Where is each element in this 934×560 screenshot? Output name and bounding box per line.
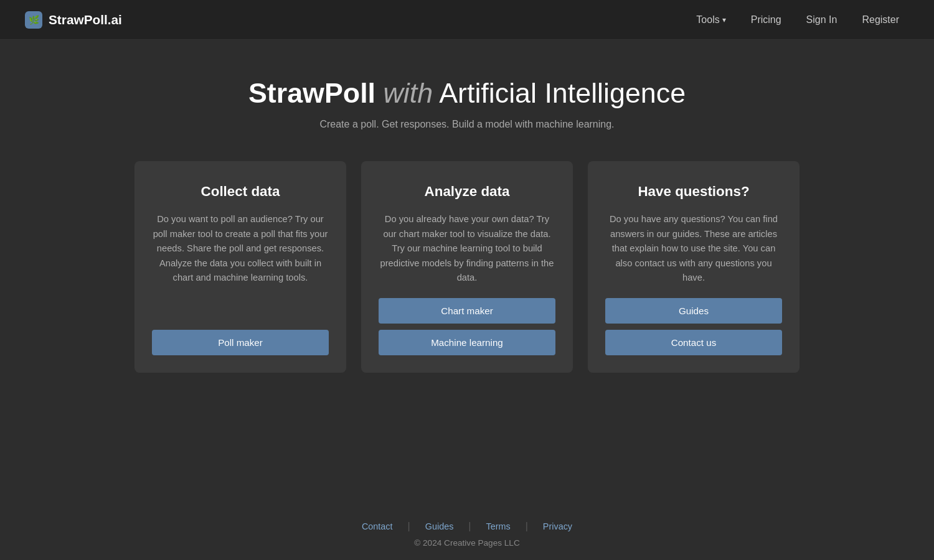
hero-with: with: [384, 77, 433, 108]
brand-name: StrawPoll.ai: [49, 12, 122, 27]
navbar: 🌿 StrawPoll.ai Tools Pricing Sign In Reg…: [0, 0, 934, 40]
nav-item-tools[interactable]: Tools: [686, 9, 735, 30]
hero-title: StrawPoll with Artificial Intelligence: [248, 77, 686, 109]
nav-links: Tools Pricing Sign In Register: [686, 9, 909, 30]
nav-item-signin[interactable]: Sign In: [796, 9, 847, 30]
hero-suffix: Artificial Intelligence: [439, 77, 686, 108]
guides-button[interactable]: Guides: [605, 298, 782, 324]
poll-maker-button[interactable]: Poll maker: [152, 330, 329, 355]
card-analyze-title: Analyze data: [425, 184, 510, 200]
footer-links: Contact | Guides | Terms | Privacy: [362, 521, 572, 532]
card-questions: Have questions? Do you have any question…: [588, 161, 800, 373]
card-questions-body: Do you have any questions? You can find …: [605, 212, 782, 286]
footer: Contact | Guides | Terms | Privacy © 202…: [0, 502, 934, 560]
card-collect-title: Collect data: [201, 184, 280, 200]
footer-link-contact[interactable]: Contact: [362, 521, 393, 531]
footer-link-privacy[interactable]: Privacy: [543, 521, 572, 531]
footer-link-terms[interactable]: Terms: [486, 521, 511, 531]
footer-sep-1: |: [408, 521, 410, 532]
card-questions-title: Have questions?: [638, 184, 749, 200]
card-collect-buttons: Poll maker: [152, 330, 329, 355]
machine-learning-button[interactable]: Machine learning: [379, 330, 555, 355]
cards-container: Collect data Do you want to poll an audi…: [125, 161, 809, 373]
card-questions-buttons: Guides Contact us: [605, 298, 782, 355]
chart-maker-button[interactable]: Chart maker: [379, 298, 555, 324]
nav-item-register[interactable]: Register: [852, 9, 909, 30]
card-analyze-buttons: Chart maker Machine learning: [379, 298, 555, 355]
card-analyze-body: Do you already have your own data? Try o…: [379, 212, 555, 286]
nav-item-pricing[interactable]: Pricing: [741, 9, 791, 30]
brand-icon: 🌿: [25, 11, 42, 29]
hero-brand: StrawPoll: [248, 77, 375, 108]
footer-sep-3: |: [526, 521, 528, 532]
footer-sep-2: |: [468, 521, 471, 532]
main-content: StrawPoll with Artificial Intelligence C…: [0, 40, 934, 502]
card-collect-body: Do you want to poll an audience? Try our…: [152, 212, 329, 317]
footer-copyright: © 2024 Creative Pages LLC: [414, 538, 519, 548]
card-analyze-data: Analyze data Do you already have your ow…: [361, 161, 573, 373]
brand-logo[interactable]: 🌿 StrawPoll.ai: [25, 11, 122, 29]
contact-us-button[interactable]: Contact us: [605, 330, 782, 355]
footer-link-guides[interactable]: Guides: [425, 521, 454, 531]
hero-subtitle: Create a poll. Get responses. Build a mo…: [319, 119, 614, 130]
card-collect-data: Collect data Do you want to poll an audi…: [134, 161, 346, 373]
